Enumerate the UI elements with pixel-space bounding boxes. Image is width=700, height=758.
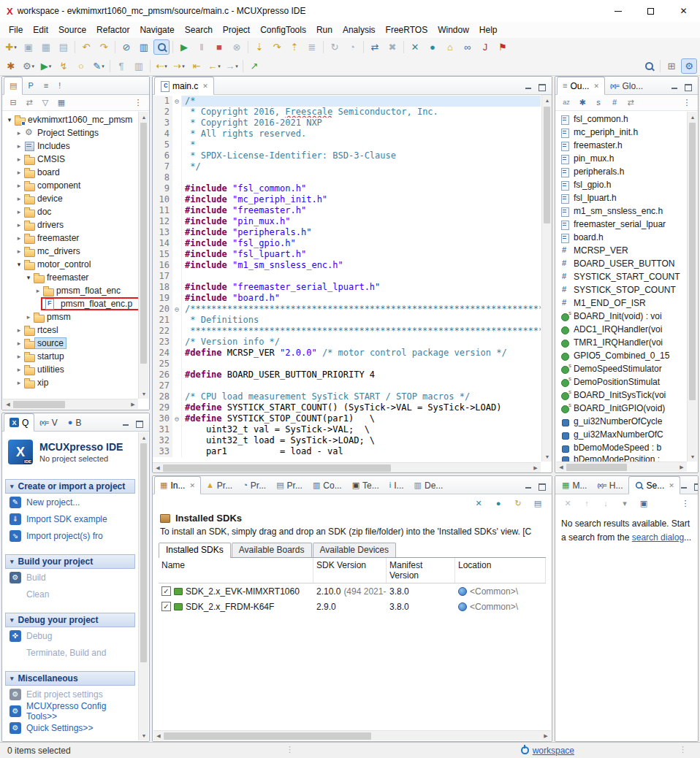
code-text[interactable]: * Copyright 2016-2021 NXP (182, 118, 541, 129)
line-number[interactable]: 33 (153, 446, 172, 457)
outline-item-adc1-irqhandler-voi[interactable]: ADC1_IRQHandler(voi (555, 323, 698, 336)
outline-item-mc-periph-init-h[interactable]: mc_periph_init.h (555, 126, 698, 139)
hide-fields-icon[interactable]: ✱ (575, 96, 590, 110)
outline-item-m1-sm-snsless-enc-h[interactable]: m1_sm_snsless_enc.h (555, 204, 698, 218)
outline-item-systick-stop-count[interactable]: SYSTICK_STOP_COUNT (555, 283, 698, 296)
tree-item-xip[interactable]: ▸xip (2, 376, 149, 389)
section-build-your-project[interactable]: Build your project (5, 554, 135, 569)
console-tab-debugger-console[interactable]: ▥De... (409, 477, 449, 494)
sdk-row-sdk-2-x-frdm-k64f[interactable]: ✓SDK_2.x_FRDM-K64F2.9.03.8.0<Common>\ (159, 599, 546, 614)
toolbar-save-icon[interactable]: ▣ (20, 39, 37, 55)
column-header-name[interactable]: Name (159, 558, 313, 583)
toolbar-suspend-icon[interactable]: ‖ (194, 39, 210, 55)
sdk-row-sdk-2-x-evk-mimxrt1060[interactable]: ✓SDK_2.x_EVK-MIMXRT10602.10.0(494 2021-3… (159, 583, 546, 599)
line-number[interactable]: 30 (153, 413, 172, 424)
scroll-left-icon[interactable]: ◀ (556, 462, 566, 472)
toolbar-secure-provisioning-tool-icon[interactable]: ⚑ (495, 39, 511, 55)
tree-item-pmsm-float-enc-p[interactable]: pmsm_float_enc.p (2, 297, 149, 310)
console-tab-problems[interactable]: ▲Pr... (201, 477, 237, 494)
code-text[interactable]: /* (182, 96, 541, 107)
code-text[interactable] (182, 380, 541, 391)
toolbar-step-into-icon[interactable]: ⇣ (251, 39, 267, 55)
toolbar-profile-icon[interactable]: ◔ (344, 39, 360, 55)
toolbar-config-tools-icon[interactable]: ✕ (407, 39, 423, 55)
sash-grip[interactable]: ⋮ (286, 745, 294, 754)
scroll-right-icon[interactable]: ▶ (128, 399, 138, 410)
console-tab-installed-sdks[interactable]: ▦In...✕ (154, 476, 201, 494)
console-tab-console[interactable]: ▥Co... (308, 477, 347, 494)
minimize-button[interactable] (601, 0, 634, 22)
search-tab-memory[interactable]: ▦M... (557, 477, 592, 494)
chevron-collapsed-icon[interactable]: ▸ (15, 326, 23, 334)
tree-item-device[interactable]: ▸device (2, 192, 149, 205)
editor-tab-main-c[interactable]: main.c✕ (154, 77, 214, 95)
quickstart-vertical-scrollbar[interactable]: ▲ ▼ (138, 432, 148, 740)
maximize-view-icon[interactable] (538, 83, 546, 91)
column-header-sdk-version[interactable]: SDK Version (313, 558, 387, 583)
tree-item-freemaster[interactable]: ▾freemaster (2, 271, 149, 284)
tree-item-startup[interactable]: ▸startup (2, 350, 149, 363)
tab-close-icon[interactable]: ✕ (669, 482, 674, 489)
toolbar-last-edit-location-icon[interactable]: ⇤ (189, 58, 205, 74)
fold-collapse-icon[interactable]: ⊖ (172, 304, 182, 315)
toolbar-restart-icon[interactable]: ↻ (327, 39, 343, 55)
maximize-view-icon[interactable] (135, 419, 143, 427)
menu-refactor[interactable]: Refactor (91, 23, 134, 37)
outline-item-fsl-lpuart-h[interactable]: fsl_lpuart.h (555, 191, 698, 204)
code-text[interactable] (182, 172, 541, 183)
quickstart-import-sdk-example[interactable]: ⇓Import SDK example (2, 510, 138, 527)
minimize-view-icon[interactable] (525, 83, 533, 91)
line-number[interactable]: 20 (153, 304, 172, 315)
toolbar-refresh-debug-icon[interactable]: ⇄ (367, 39, 383, 55)
outline-item-gpio5-combined-0-15[interactable]: GPIO5_Combined_0_15 (555, 349, 698, 362)
editor-horizontal-scrollbar[interactable]: ◀ ▶ (153, 462, 541, 472)
refresh-sdks-icon[interactable]: ↻ (511, 497, 525, 510)
code-text[interactable]: #define SYSTICK_START_COUNT() (SysTick->… (182, 402, 541, 413)
code-text[interactable]: #include "mc_periph_init.h" (182, 194, 541, 205)
code-editor[interactable]: 1⊖/*2 * Copyright 2016, Freescale Semico… (153, 95, 552, 472)
menu-file[interactable]: File (4, 23, 28, 37)
console-tab-image-info[interactable]: iI... (384, 477, 409, 494)
fold-collapse-icon[interactable]: ⊖ (172, 413, 182, 424)
minimize-view-icon[interactable] (122, 419, 130, 427)
toolbar-disconnect-icon[interactable]: ⊗ (229, 39, 245, 55)
sash-grip[interactable]: ⋮ (679, 745, 687, 754)
maximize-view-icon[interactable] (684, 83, 692, 91)
code-text[interactable]: * SPDX-License-Identifier: BSD-3-Clause (182, 150, 541, 161)
scrollbar-thumb[interactable] (13, 401, 65, 408)
quickstart-tab-quickstart[interactable]: XQ (4, 413, 34, 432)
code-text[interactable]: #include "freemaster.h" (182, 205, 541, 216)
code-text[interactable]: uint32_t val = SysTick->VAL; \ (182, 424, 541, 435)
code-text[interactable]: #include "fsl_lpuart.h" (182, 249, 541, 260)
code-text[interactable]: #define SYSTICK_STOP_COUNT(par1) \ (182, 413, 541, 424)
code-text[interactable]: #include "m1_sm_snsless_enc.h" (182, 260, 541, 271)
scroll-left-icon[interactable]: ◀ (3, 399, 13, 410)
tree-item-freemaster[interactable]: ▸freemaster (2, 231, 149, 245)
outline-vertical-scrollbar[interactable]: ▲ ▼ (687, 112, 697, 462)
code-text[interactable]: #define MCRSP_VER "2.0.0" /* motor contr… (182, 348, 541, 359)
tree-item-includes[interactable]: ▸Includes (2, 139, 149, 153)
toolbar-develop-perspective-icon[interactable]: ⚙ (681, 58, 697, 74)
line-number[interactable]: 9 (153, 183, 172, 194)
column-header-manifest-version[interactable]: Manifest Version (387, 558, 455, 583)
toolbar-open-perspective-icon[interactable]: ⊞ (663, 58, 680, 74)
chevron-collapsed-icon[interactable]: ▸ (15, 234, 23, 242)
outline-item-fsl-common-h[interactable]: fsl_common.h (555, 112, 698, 126)
hide-macros-icon[interactable]: # (607, 96, 622, 110)
toolbar-step-return-icon[interactable]: ⇡ (286, 39, 303, 55)
toolbar-open-connection-icon[interactable]: ↗ (246, 58, 262, 74)
quickstart-tab-breakpoints[interactable]: ●B (63, 414, 87, 431)
tree-item-rtcesl[interactable]: ▸rtcesl (2, 324, 149, 337)
section-miscellaneous[interactable]: Miscellaneous (5, 671, 135, 686)
outline-item-demopositionstimulat[interactable]: sDemoPositionStimulat (555, 375, 698, 388)
chevron-collapsed-icon[interactable]: ▸ (15, 353, 23, 360)
fold-collapse-icon[interactable]: ⊖ (172, 96, 182, 107)
code-text[interactable]: */ (182, 161, 541, 172)
toolbar-inspect-icon[interactable] (153, 39, 170, 55)
menu-navigate[interactable]: Navigate (134, 23, 179, 37)
toolbar-instruction-stepping-icon[interactable]: ≣ (304, 39, 320, 55)
line-number[interactable]: 29 (153, 402, 172, 413)
outline-item-m1-end-of-isr[interactable]: M1_END_OF_ISR (555, 296, 698, 310)
line-number[interactable]: 28 (153, 391, 172, 402)
code-text[interactable]: #include "peripherals.h" (182, 227, 541, 238)
